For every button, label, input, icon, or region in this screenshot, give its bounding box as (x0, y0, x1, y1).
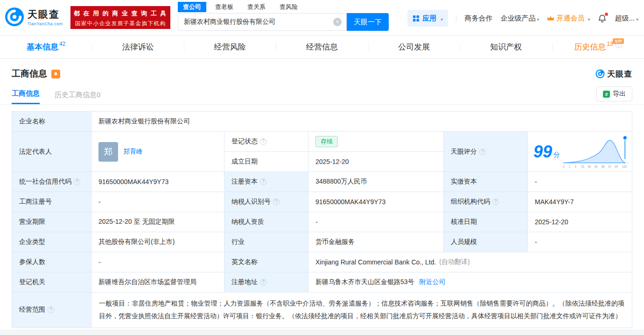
section-header: 工商信息 天眼查 (0, 59, 644, 84)
promo-banner: 都 在 用 的 商 业 查 询 工 具 国家中小企业发展子基金旗下机构 (70, 6, 170, 29)
search-tab-relation[interactable]: 查关系 (242, 2, 271, 12)
vip-upgrade-link[interactable]: 开通会员 (547, 14, 590, 23)
table-row: 企业类型 其他股份有限公司(非上市) 行业 货币金融服务 人员规模 - (12, 232, 632, 252)
chevron-down-icon (535, 14, 539, 22)
tianyancha-logo[interactable]: 天眼查 TianYanCha.com (5, 7, 63, 27)
help-icon[interactable] (492, 199, 499, 205)
search-tab-boss[interactable]: 查老板 (210, 2, 238, 12)
reg-status-label: 登记状态 (224, 132, 308, 151)
search-button[interactable]: 天眼一下 (347, 13, 389, 31)
help-icon[interactable] (616, 42, 622, 48)
help-icon[interactable] (260, 279, 266, 285)
search-tab-company[interactable]: 查公司 (178, 2, 206, 12)
notification-bell-icon[interactable] (598, 14, 607, 23)
reg-capital-value: 3488800万人民币 (308, 172, 444, 192)
tab-business-risk[interactable]: 经营风险 (184, 36, 276, 58)
insured-count-label: 参保人数 (12, 252, 91, 272)
company-nav-tabs: 基本信息 42 法律诉讼 经营风险 经营信息 公司发展 知识产权 VIP 历史信… (0, 36, 644, 59)
reg-number-label: 工商注册号 (12, 192, 91, 212)
table-row: 参保人数 - 英文名称 Xinjiang Rural Commercial Ba… (12, 252, 632, 272)
help-icon[interactable] (48, 306, 54, 313)
svg-text:60: 60 (595, 165, 598, 168)
score-curve-chart: 0 1 3 15 50 60 85 97 99 100 (561, 134, 630, 170)
company-name-value: 新疆农村商业银行股份有限公司 (91, 112, 632, 131)
tab-count: 42 (59, 41, 65, 47)
table-row: 营业期限 2025-12-20 至 无固定期限 纳税人资质 - 核准日期 202… (12, 212, 632, 232)
english-name-value: Xinjiang Rural Commercial Bank Co., Ltd.… (308, 252, 632, 272)
reg-capital-label: 注册资本 (224, 172, 308, 192)
svg-text:15: 15 (581, 165, 585, 168)
chevron-down-icon (635, 14, 638, 22)
registration-authority-label: 登记机关 (12, 272, 91, 292)
apps-button[interactable]: 应用 (407, 10, 448, 27)
subtab-business-info[interactable]: 工商信息 (12, 84, 40, 104)
registration-authority-value: 新疆维吾尔自治区市场监督管理局 (91, 272, 224, 292)
account-menu[interactable]: 超级... (615, 14, 638, 23)
org-code-label: 组织机构代码 (444, 192, 528, 212)
svg-text:85: 85 (602, 165, 605, 168)
subtab-history-business-info[interactable]: 历史工商信息0 (55, 86, 100, 104)
paid-capital-label: 实缴资本 (444, 172, 528, 192)
table-row: 登记机关 新疆维吾尔自治区市场监督管理局 注册地址 新疆乌鲁木齐市天山区金银路5… (12, 272, 632, 292)
grid-icon (413, 15, 420, 22)
promo-line1: 都 在 用 的 商 业 查 询 工 具 (70, 9, 170, 18)
business-cooperation-link[interactable]: 商务合作 (464, 14, 492, 23)
paid-capital-value: - (528, 172, 632, 192)
tab-company-development[interactable]: 公司发展 (368, 36, 460, 58)
table-row: 法定代表人 郑 郑育峰 登记状态 存续 成立日期 2025-12-20 (12, 132, 632, 172)
reg-number-value: - (91, 192, 224, 212)
svg-text:100: 100 (622, 165, 627, 168)
establish-date-value: 2025-12-20 (308, 152, 443, 171)
help-icon[interactable] (260, 178, 266, 185)
establish-date-label: 成立日期 (224, 152, 308, 171)
business-term-value: 2025-12-20 至 无固定期限 (91, 212, 224, 232)
industry-value: 货币金融服务 (308, 232, 444, 252)
score-label: 天眼评分 (444, 132, 528, 171)
subscribe-bell-icon[interactable] (51, 70, 60, 78)
legal-rep-link[interactable]: 郑育峰 (123, 148, 143, 156)
business-term-label: 营业期限 (12, 212, 91, 232)
business-info-table: 企业名称 新疆农村商业银行股份有限公司 法定代表人 郑 郑育峰 登记状态 存续 … (12, 111, 632, 328)
taxpayer-id-value: 91650000MAK44Y9Y73 (308, 192, 444, 212)
help-icon[interactable] (479, 149, 486, 155)
svg-text:0: 0 (563, 165, 565, 168)
section-title: 工商信息 (12, 68, 47, 80)
tab-intellectual-property[interactable]: 知识产权 (460, 36, 552, 58)
search-box (178, 13, 347, 31)
approval-date-label: 核准日期 (444, 212, 528, 232)
divider (456, 15, 456, 22)
avatar[interactable]: 郑 (98, 142, 118, 162)
business-scope-value: 一般项目：非居住房地产租赁；物业管理；人力资源服务（不含职业中介活动、劳务派遣服… (91, 292, 632, 328)
svg-text:1: 1 (569, 165, 571, 168)
company-type-value: 其他股份有限公司(非上市) (91, 232, 224, 252)
search-area: 查公司 查老板 查关系 查风险 天眼一下 (178, 2, 389, 31)
help-icon[interactable] (74, 178, 80, 185)
promo-line2: 国家中小企业发展子基金旗下机构 (70, 20, 170, 28)
enterprise-products-link[interactable]: 企业级产品 (500, 14, 539, 23)
clear-search-icon[interactable] (333, 18, 342, 26)
search-input[interactable] (178, 18, 333, 26)
footer-strip (0, 329, 644, 335)
export-button[interactable]: 导出 (596, 86, 632, 101)
tab-history-info[interactable]: VIP 历史信息 13 (552, 36, 644, 58)
nearby-companies-link[interactable]: 附近公司 (420, 278, 446, 286)
subsection-tabs: 工商信息 历史工商信息0 导出 (0, 84, 644, 105)
svg-text:50: 50 (588, 165, 592, 168)
tab-count: 13 (607, 41, 613, 47)
tab-basic-info[interactable]: 基本信息 42 (0, 36, 92, 58)
search-tabs: 查公司 查老板 查关系 查风险 (178, 2, 389, 12)
legal-rep-label: 法定代表人 (12, 132, 91, 171)
staff-size-label: 人员规模 (444, 232, 528, 252)
tianyancha-logo-icon (595, 69, 605, 78)
help-icon[interactable] (260, 138, 266, 145)
svg-text:99: 99 (615, 165, 618, 168)
taxpayer-qualification-label: 纳税人资质 (224, 212, 308, 232)
search-tab-risk[interactable]: 查风险 (274, 2, 303, 12)
tab-legal-proceedings[interactable]: 法律诉讼 (92, 36, 184, 58)
company-name-label: 企业名称 (12, 112, 91, 131)
status-badge: 存续 (315, 136, 338, 147)
help-icon[interactable] (273, 199, 280, 205)
credit-code-value: 91650000MAK44Y9Y73 (91, 172, 224, 192)
org-code-value: MAK44Y9Y-7 (528, 192, 632, 212)
tab-business-info[interactable]: 经营信息 (276, 36, 368, 58)
